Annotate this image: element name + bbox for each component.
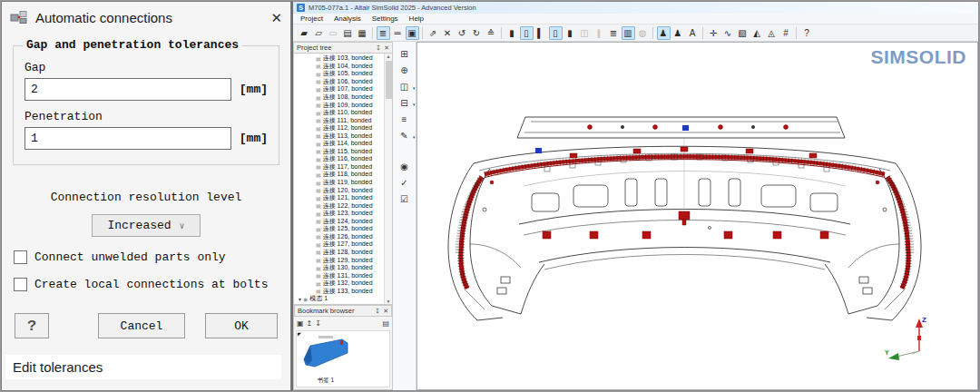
- deformed-shape-icon[interactable]: #: [779, 26, 793, 40]
- pin-icon[interactable]: ↧: [376, 44, 381, 52]
- tree-item-connection[interactable]: ▤连接 126, bonded: [294, 233, 384, 241]
- tree-item-connection[interactable]: ▤连接 122, bonded: [294, 201, 384, 210]
- penetration-input[interactable]: [24, 127, 231, 150]
- open-folder-icon[interactable]: ▤: [341, 26, 355, 40]
- seam-weld-icon[interactable]: ▮: [505, 26, 519, 40]
- show-disconnected-icon[interactable]: ⊟▾: [397, 96, 413, 109]
- bookmark-down-icon[interactable]: ↧: [315, 319, 321, 328]
- tree-item-connection[interactable]: ▤连接 125, bonded: [294, 225, 384, 233]
- connection-pairs-icon[interactable]: ⊞: [397, 47, 413, 60]
- pick-move-icon[interactable]: ⇗: [426, 26, 440, 40]
- tree-item-connection[interactable]: ▤连接 116, bonded: [294, 155, 384, 163]
- delete-icon[interactable]: ✕: [441, 26, 455, 40]
- menu-analysis[interactable]: Analysis: [334, 15, 361, 23]
- bolt-connection-icon[interactable]: ▮: [564, 26, 577, 40]
- menu-project[interactable]: Project: [300, 15, 323, 23]
- measure-icon[interactable]: ♟: [657, 26, 671, 40]
- connection-checklist-icon[interactable]: ☑: [397, 192, 413, 205]
- tree-item-connection[interactable]: ▤连接 115, bonded: [294, 148, 384, 156]
- gap-input[interactable]: [24, 78, 231, 101]
- tree-item-connection[interactable]: ▤连接 114, bonded: [294, 140, 384, 148]
- tree-item-connection[interactable]: ▤连接 111, bonded: [294, 116, 384, 124]
- close-icon[interactable]: ✕: [383, 308, 388, 315]
- bookmark-label[interactable]: 书签 1: [300, 377, 351, 385]
- pin-icon[interactable]: ↧: [375, 308, 380, 315]
- tree-item-connection[interactable]: ▤连接 112, bonded: [294, 124, 384, 132]
- tree-item-connection[interactable]: ▤连接 117, bonded: [294, 163, 384, 172]
- tree-item-connection[interactable]: ▤连接 120, bonded: [294, 186, 384, 194]
- scroll-down-icon[interactable]: ▼: [387, 299, 391, 304]
- connection-grid-icon[interactable]: ▥: [622, 26, 635, 40]
- tree-item-connection[interactable]: ▤连接 110, bonded: [294, 109, 384, 117]
- copy-image-icon[interactable]: ▭: [327, 26, 340, 40]
- tree-item-connection[interactable]: ▤连接 109, bonded: [294, 101, 384, 109]
- contour-plot-icon[interactable]: ▧: [736, 26, 750, 40]
- undo-icon[interactable]: ↺: [456, 26, 469, 40]
- tree-item-connection[interactable]: ▤连接 133, bonded: [294, 287, 384, 295]
- tree-item-connection[interactable]: ▤连接 113, bonded: [294, 132, 384, 140]
- bookmark-folder-icon[interactable]: ▤: [382, 319, 389, 328]
- hide-connected-parts-icon[interactable]: ◫▾: [397, 80, 413, 93]
- viewport-3d[interactable]: SIMSOLID: [416, 42, 978, 390]
- project-tree-toggle-icon[interactable]: ≣: [377, 26, 390, 40]
- tree-item-connection[interactable]: ▤连接 123, bonded: [294, 210, 384, 218]
- tree-item-connection[interactable]: ▤连接 129, bonded: [294, 256, 384, 264]
- tree-item-connection[interactable]: ▤连接 128, bonded: [294, 249, 384, 257]
- cancel-button[interactable]: Cancel: [98, 313, 185, 338]
- connection-review-icon[interactable]: ≣: [607, 26, 621, 40]
- edit-connections-icon[interactable]: ✎▾: [397, 129, 413, 142]
- menu-settings[interactable]: Settings: [372, 15, 398, 23]
- help-button[interactable]: ?: [15, 313, 49, 338]
- new-project-icon[interactable]: ▰: [298, 26, 311, 40]
- bushing-icon[interactable]: ◫: [578, 26, 592, 40]
- tree-item-connection[interactable]: ▤连接 103, bonded: [294, 54, 384, 63]
- tree-item-connection[interactable]: ▤连接 108, bonded: [294, 93, 384, 102]
- spot-weld-icon[interactable]: ▯: [520, 26, 534, 40]
- save-project-icon[interactable]: ▦: [356, 26, 369, 40]
- datum-point-icon[interactable]: ✛: [707, 26, 720, 40]
- tree-item-connection[interactable]: ▤连接 131, bonded: [294, 271, 384, 279]
- expander-icon[interactable]: ▾: [299, 296, 301, 302]
- connect-unwelded-checkbox[interactable]: [14, 250, 27, 264]
- tile-windows-icon[interactable]: ═: [391, 26, 405, 40]
- tree-item-connection[interactable]: ▤连接 124, bonded: [294, 217, 384, 225]
- bookmark-up-icon[interactable]: ↥: [307, 319, 313, 328]
- tree-item-connection[interactable]: ▤连接 127, bonded: [294, 240, 384, 249]
- review-connections-icon[interactable]: ◉: [397, 160, 413, 172]
- tree-item-connection[interactable]: ▤连接 119, bonded: [294, 179, 384, 187]
- section-cut-icon[interactable]: ◭: [750, 26, 764, 40]
- tree-scrollbar[interactable]: ▲ ▼: [384, 54, 392, 304]
- annotation-icon[interactable]: A: [686, 26, 700, 40]
- copy-bookmark-icon[interactable]: ▣: [297, 319, 304, 328]
- close-icon[interactable]: ✕: [384, 44, 389, 52]
- notes-icon[interactable]: ≙: [485, 26, 498, 40]
- response-curve-icon[interactable]: ∿: [721, 26, 735, 40]
- adhesive-icon[interactable]: ▯: [549, 26, 563, 40]
- disable-connections-icon[interactable]: ◍: [636, 26, 650, 40]
- bookmark-thumbnail[interactable]: [300, 335, 351, 375]
- connection-lines-icon[interactable]: ≡: [397, 113, 413, 125]
- help-icon[interactable]: ?: [800, 26, 814, 40]
- redo-icon[interactable]: ↻: [470, 26, 484, 40]
- tree-item-connection[interactable]: ▤连接 107, bonded: [294, 85, 384, 93]
- probe-icon[interactable]: ♟: [671, 26, 685, 40]
- tree-item-connection[interactable]: ▤连接 121, bonded: [294, 194, 384, 202]
- menu-help[interactable]: Help: [409, 15, 424, 23]
- laser-weld-icon[interactable]: ▍: [534, 26, 548, 40]
- accept-connections-icon[interactable]: ✓: [397, 176, 413, 189]
- local-connections-checkbox[interactable]: [14, 278, 27, 291]
- tree-item-analysis-setting[interactable]: ⚙Solution settings: G...: [294, 303, 384, 305]
- tree-item-analysis[interactable]: ▾◉模态 1: [294, 295, 384, 303]
- bookmark-browser-toggle-icon[interactable]: ▣: [406, 26, 419, 40]
- add-connection-icon[interactable]: ⊕: [397, 64, 413, 76]
- close-icon[interactable]: ✕: [270, 11, 282, 24]
- scroll-up-icon[interactable]: ▲: [387, 54, 391, 59]
- scrollbar-thumb[interactable]: [386, 61, 392, 99]
- resolution-level-select[interactable]: Increased ∨: [92, 214, 201, 237]
- ok-button[interactable]: OK: [205, 313, 278, 338]
- compare-results-icon[interactable]: ◬: [765, 26, 779, 40]
- virtual-connector-icon[interactable]: ∥: [593, 26, 606, 40]
- tree-item-connection[interactable]: ▤连接 105, bonded: [294, 70, 384, 78]
- import-geometry-icon[interactable]: ▱: [312, 26, 326, 40]
- tree-item-connection[interactable]: ▤连接 106, bonded: [294, 78, 384, 86]
